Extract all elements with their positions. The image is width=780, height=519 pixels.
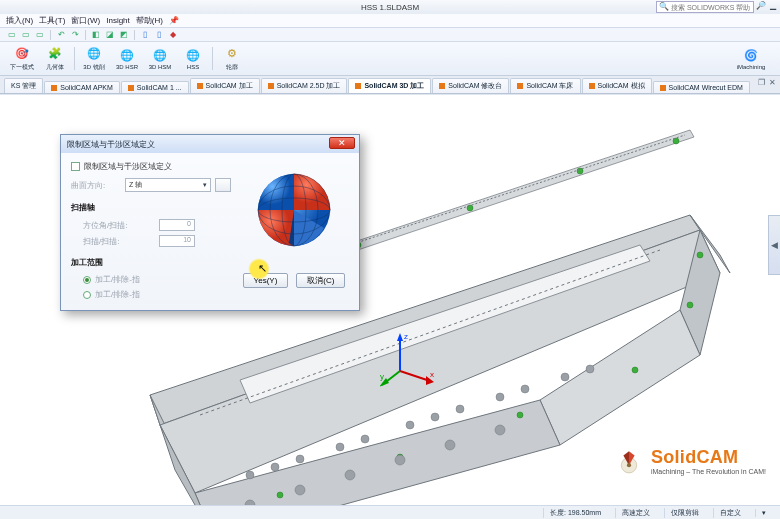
target-icon: 🎯 <box>14 46 30 62</box>
radio-icon[interactable] <box>83 276 91 284</box>
help-search-input[interactable] <box>671 4 751 11</box>
right-panel-handle[interactable]: ◀ <box>768 215 780 275</box>
profile-icon: ⚙ <box>224 46 240 62</box>
qa-redo-icon[interactable]: ↷ <box>69 30 81 40</box>
svg-point-23 <box>336 443 344 451</box>
menu-pin-icon[interactable]: 📌 <box>169 16 179 25</box>
tab-icon <box>268 83 274 89</box>
tab-label: SolidCAM 3D 加工 <box>364 81 424 91</box>
ribbon-btn-next[interactable]: 🎯下一模式 <box>6 44 38 73</box>
ribbon-sep2 <box>212 47 213 70</box>
tab-icon <box>439 83 445 89</box>
qa-cube-icon[interactable]: ◧ <box>90 30 102 40</box>
tab-proc[interactable]: SolidCAM 加工 <box>190 78 260 93</box>
status-c: 自定义 <box>713 508 747 518</box>
qa-undo-icon[interactable]: ↶ <box>55 30 67 40</box>
tab-edm[interactable]: SolidCAM Wirecut EDM <box>653 81 750 93</box>
tab-icon <box>128 85 134 91</box>
dialog-cancel-button[interactable]: 取消(C) <box>296 273 345 288</box>
svg-point-34 <box>345 470 355 480</box>
tab-apkm[interactable]: SolidCAM APKM <box>44 81 120 93</box>
dialog-close-button[interactable]: ✕ <box>329 137 355 149</box>
ribbon-btn-label: 3D HSR <box>116 64 138 70</box>
ribbon-btn-hss[interactable]: 🌐HSS <box>177 44 209 73</box>
ribbon-imachining[interactable]: 🌀 iMachining <box>728 44 774 73</box>
qa-chart-icon[interactable]: ▯ <box>139 30 151 40</box>
tab-ks[interactable]: KS 管理 <box>4 78 43 93</box>
radio2-label: 加工/排除-指 <box>95 289 140 300</box>
search-icon: 🔍 <box>659 2 669 12</box>
qa-check-icon[interactable]: ◆ <box>167 30 179 40</box>
qa-sep <box>50 30 51 40</box>
qa-view-icon[interactable]: ◪ <box>104 30 116 40</box>
solidcam-logo: SolidCAM iMachining – The Revolution in … <box>615 447 766 475</box>
menu-bar: 插入(N) 工具(T) 窗口(W) Insight 帮助(H) 📌 <box>0 14 780 28</box>
radio-row-2[interactable]: 加工/排除-指 <box>83 289 231 300</box>
ribbon-sep1 <box>74 47 75 70</box>
help-search-go[interactable]: 🔎 <box>756 1 766 11</box>
svg-point-21 <box>271 463 279 471</box>
tab-3d[interactable]: SolidCAM 3D 加工 <box>348 78 431 93</box>
window-min-icon[interactable]: ▁ <box>768 1 778 11</box>
tab-25d[interactable]: SolidCAM 2.5D 加工 <box>261 78 348 93</box>
dialog-title-text: 限制区域与干涉区域定义 <box>67 139 155 150</box>
menu-insert[interactable]: 插入(N) <box>6 15 33 26</box>
tab-sim[interactable]: SolidCAM 模拟 <box>582 78 652 93</box>
tab-close-icon[interactable]: ✕ <box>769 78 776 87</box>
chevron-down-icon: ▾ <box>203 181 207 189</box>
svg-point-20 <box>246 471 254 479</box>
logo-brand: SolidCAM <box>651 447 766 468</box>
help-search[interactable]: 🔍 <box>656 1 754 13</box>
radio-icon[interactable] <box>83 291 91 299</box>
menu-insight[interactable]: Insight <box>106 16 130 25</box>
mode-radios: 加工/排除-指 加工/排除-指 <box>83 274 231 300</box>
status-b: 仅限剪辑 <box>664 508 705 518</box>
ribbon-btn-3dhsm[interactable]: 🌐3D HSM <box>144 44 176 73</box>
menu-help[interactable]: 帮助(H) <box>136 15 163 26</box>
svg-marker-41 <box>397 333 403 341</box>
dialog-check-row[interactable]: 限制区域与干涉区域定义 <box>71 161 231 172</box>
tab-right-controls: ❐ ✕ <box>758 78 776 87</box>
hsm-icon: 🌐 <box>152 47 168 63</box>
qa-save-icon[interactable]: ▭ <box>34 30 46 40</box>
tab-lathe[interactable]: SolidCAM 车床 <box>510 78 580 93</box>
tab-label: KS 管理 <box>11 81 36 91</box>
ribbon-btn-3dhsr[interactable]: 🌐3D HSR <box>111 44 143 73</box>
qa-open-icon[interactable]: ▭ <box>20 30 32 40</box>
axis-y-label: y <box>380 372 384 381</box>
menu-tools[interactable]: 工具(T) <box>39 15 65 26</box>
svg-point-29 <box>521 385 529 393</box>
tab-label: SolidCAM 模拟 <box>598 81 645 91</box>
qa-new-icon[interactable]: ▭ <box>6 30 18 40</box>
combo-value: Z 轴 <box>129 180 142 190</box>
tab-icon <box>589 83 595 89</box>
radio-row-1[interactable]: 加工/排除-指 <box>83 274 231 285</box>
surface-direction-combo[interactable]: Z 轴 ▾ <box>125 178 211 192</box>
title-bar: HSS 1.SLDASM 🔍 🔎 ▁ <box>0 0 780 14</box>
qa-shade-icon[interactable]: ◩ <box>118 30 130 40</box>
status-bar: 长度: 198.50mm 高速定义 仅限剪辑 自定义 ▾ <box>0 505 780 519</box>
dialog-titlebar[interactable]: 限制区域与干涉区域定义 ✕ <box>61 135 359 153</box>
document-tabs: KS 管理 SolidCAM APKM SolidCAM 1 ... Solid… <box>0 76 780 94</box>
ribbon-btn-label: 几何体 <box>46 63 64 72</box>
tab-retro[interactable]: SolidCAM 修改台 <box>432 78 509 93</box>
checkbox-icon[interactable] <box>71 162 80 171</box>
group-scan-axis: 扫描轴 <box>71 202 231 213</box>
combo-side-button[interactable] <box>215 178 231 192</box>
step-b-input[interactable]: 10 <box>159 235 195 247</box>
ribbon-toolbar: 🎯下一模式 🧩几何体 🌐3D 铣削 🌐3D HSR 🌐3D HSM 🌐HSS ⚙… <box>0 42 780 76</box>
status-dropdown-icon[interactable]: ▾ <box>755 509 772 517</box>
tab-restore-icon[interactable]: ❐ <box>758 78 765 87</box>
ribbon-btn-geo[interactable]: 🧩几何体 <box>39 44 71 73</box>
svg-point-47 <box>627 463 631 467</box>
ribbon-btn-label: iMachining <box>737 64 766 70</box>
menu-window[interactable]: 窗口(W) <box>71 15 100 26</box>
qa-bars-icon[interactable]: ▯ <box>153 30 165 40</box>
step-a-input[interactable]: 0 <box>159 219 195 231</box>
imachining-icon: 🌀 <box>743 47 759 63</box>
ribbon-btn-profile[interactable]: ⚙轮廓 <box>216 44 248 73</box>
tab-label: SolidCAM 2.5D 加工 <box>277 81 341 91</box>
dialog-ok-button[interactable]: Yes(Y) <box>243 273 289 288</box>
ribbon-btn-3dmill[interactable]: 🌐3D 铣削 <box>78 44 110 73</box>
tab-sc1[interactable]: SolidCAM 1 ... <box>121 81 189 93</box>
